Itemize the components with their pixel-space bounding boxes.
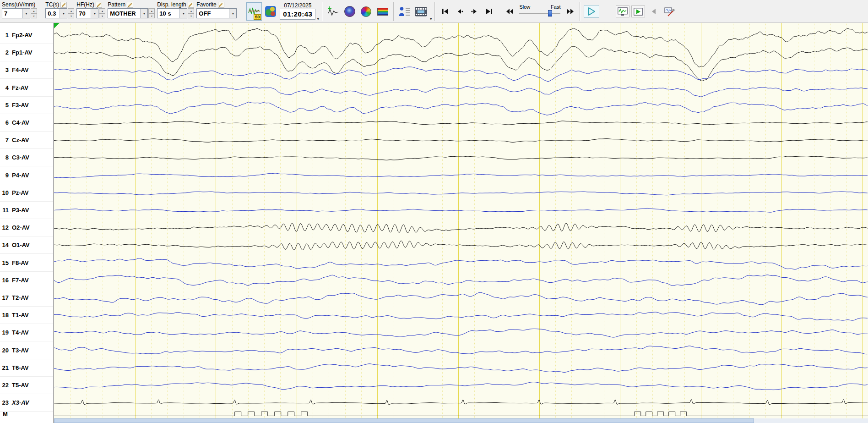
monitor-wave-button[interactable] — [616, 5, 629, 17]
channel-row[interactable]: 20 T3-AV — [0, 342, 53, 359]
spin-down-button[interactable]: ▼ — [148, 13, 155, 18]
horizontal-scrollbar[interactable] — [54, 418, 868, 423]
edit-pencil-button[interactable] — [60, 2, 67, 8]
spin-up-button[interactable]: ▲ — [148, 8, 155, 13]
dsa-trend-button[interactable] — [375, 2, 391, 21]
combo-value: OFF — [197, 10, 229, 17]
channel-row[interactable]: 23 X3-AV — [0, 394, 53, 412]
spin-up-button[interactable]: ▲ — [99, 8, 105, 13]
toolbar-field-group: Disp. length 10 s ▼ ▲▼ — [157, 1, 194, 18]
eeg-trace-canvas[interactable] — [54, 23, 868, 418]
channel-row[interactable]: 12 O2-AV — [0, 219, 53, 236]
channel-number: 14 — [0, 242, 9, 248]
chevron-down-icon[interactable]: ▼ — [179, 9, 187, 18]
chevron-down-icon[interactable]: ▼ — [140, 9, 147, 18]
channel-number: 23 — [0, 399, 9, 406]
field-combobox[interactable]: 0.3 ▼ — [45, 8, 67, 18]
channel-label: T1-AV — [12, 312, 29, 319]
spin-down-button[interactable]: ▼ — [31, 13, 37, 18]
topography-button[interactable] — [342, 2, 358, 21]
video-button[interactable] — [413, 2, 429, 21]
chevron-down-icon[interactable]: ▼ — [22, 9, 30, 18]
play-button[interactable] — [584, 5, 599, 18]
channel-number: 10 — [0, 189, 9, 196]
ac-filter-50-button[interactable]: 50 — [246, 2, 262, 21]
step-forward-button[interactable] — [467, 5, 481, 18]
channel-row[interactable]: 10 Pz-AV — [0, 184, 53, 202]
channel-number: 19 — [0, 329, 9, 336]
channel-row[interactable]: 21 T6-AV — [0, 359, 53, 377]
channel-row[interactable]: 5 F3-AV — [0, 97, 53, 114]
toolbar-field-group: Sens(uV/mm) 7 ▼ ▲▼ — [2, 1, 43, 18]
channel-number: 12 — [0, 224, 9, 231]
edit-pencil-button[interactable] — [127, 2, 133, 8]
spin-up-button[interactable]: ▲ — [188, 8, 194, 13]
channel-row[interactable]: 14 O1-AV — [0, 236, 53, 254]
field-spinner[interactable]: ▲▼ — [68, 8, 74, 18]
field-spinner[interactable]: ▲▼ — [99, 8, 105, 18]
edit-pencil-button[interactable] — [218, 2, 224, 8]
field-spinner[interactable]: ▲▼ — [148, 8, 155, 18]
edit-pencil-button[interactable] — [188, 2, 194, 8]
skip-to-start-button[interactable] — [438, 5, 452, 18]
skip-to-end-button[interactable] — [482, 5, 496, 18]
channel-row[interactable]: 16 F7-AV — [0, 272, 53, 289]
channel-row[interactable]: 1 Fp2-AV — [0, 27, 53, 44]
channel-row[interactable]: 2 Fp1-AV — [0, 44, 53, 61]
field-spinner[interactable]: ▲▼ — [31, 8, 37, 18]
datetime-display: 07/12/2025 01:20:43 — [280, 2, 315, 20]
field-spinner[interactable]: ▲▼ — [188, 8, 194, 18]
channel-row[interactable]: 6 C4-AV — [0, 114, 53, 132]
channel-row[interactable]: 9 P4-AV — [0, 167, 53, 184]
channel-number: 21 — [0, 364, 9, 371]
toolbar-overflow-arrow[interactable]: ▾ — [317, 16, 319, 21]
channel-row[interactable]: 15 F8-AV — [0, 254, 53, 272]
pencil-icon — [128, 3, 132, 7]
spin-up-button[interactable]: ▲ — [68, 8, 74, 13]
channel-row[interactable]: 4 Fz-AV — [0, 79, 53, 97]
skip-start-icon — [441, 8, 449, 15]
fast-forward-button[interactable] — [563, 5, 577, 18]
channel-row[interactable]: 11 P3-AV — [0, 202, 53, 219]
topo-map-icon — [344, 5, 356, 17]
edit-pencil-button[interactable] — [96, 2, 102, 8]
wave-event-button[interactable] — [326, 2, 341, 21]
field-combobox[interactable]: 10 s ▼ — [157, 8, 187, 18]
patient-list-button[interactable] — [397, 2, 412, 21]
field-combobox[interactable]: MOTHER ▼ — [108, 8, 148, 18]
field-label: Sens(uV/mm) — [2, 1, 35, 8]
slider-thumb[interactable] — [548, 10, 552, 16]
color-map-button[interactable] — [358, 2, 374, 21]
pencil-icon — [62, 3, 66, 7]
channel-row[interactable]: 7 Cz-AV — [0, 132, 53, 149]
chevron-down-icon[interactable]: ▼ — [229, 9, 236, 18]
channel-row[interactable]: 3 F4-AV — [0, 61, 53, 79]
toolbar-overflow-arrow[interactable]: ▾ — [430, 16, 432, 21]
monitor-wave-icon — [618, 7, 628, 16]
channel-row[interactable]: 8 C3-AV — [0, 149, 53, 166]
speed-slider[interactable]: Slow Fast — [518, 4, 561, 17]
start-review-button[interactable] — [631, 5, 645, 17]
slider-groove — [519, 13, 560, 14]
channel-label: Cz-AV — [12, 137, 29, 143]
step-back-button[interactable] — [453, 5, 467, 18]
chevron-down-icon[interactable]: ▼ — [60, 9, 67, 18]
spin-up-button[interactable]: ▲ — [31, 8, 37, 13]
chevron-down-icon[interactable]: ▼ — [91, 9, 98, 18]
spin-down-button[interactable]: ▼ — [188, 13, 194, 18]
field-combobox[interactable]: OFF ▼ — [196, 8, 237, 18]
spin-down-button[interactable]: ▼ — [99, 13, 105, 18]
channel-row[interactable]: 19 T4-AV — [0, 324, 53, 341]
fast-rewind-button[interactable] — [503, 5, 516, 18]
fast-label: Fast — [551, 4, 560, 10]
channel-row[interactable]: 18 T1-AV — [0, 307, 53, 324]
spin-down-button[interactable]: ▼ — [68, 13, 74, 18]
scrollbar-thumb[interactable] — [54, 418, 754, 423]
channel-row[interactable]: 17 T2-AV — [0, 289, 53, 307]
field-combobox[interactable]: 7 ▼ — [2, 8, 30, 18]
setup-tools-button[interactable] — [662, 5, 676, 17]
field-combobox[interactable]: 70 ▼ — [76, 8, 98, 18]
back-page-button[interactable] — [647, 5, 661, 17]
channel-row[interactable]: 22 T5-AV — [0, 377, 53, 394]
mapping-button[interactable] — [263, 2, 278, 21]
